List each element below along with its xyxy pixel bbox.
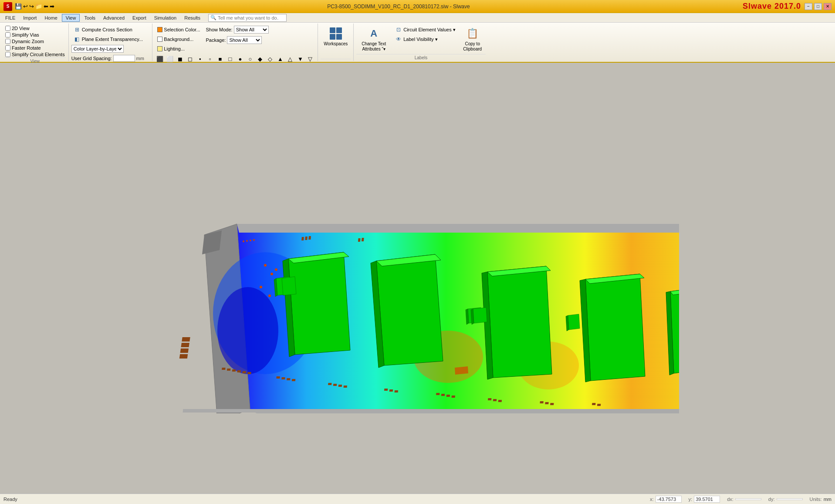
plane-extent-button[interactable]: ◧ Plane Extent Transparency... [71, 35, 145, 44]
copy-to-clipboard-icon: 📋 [466, 27, 480, 41]
forward-icon[interactable]: ➡ [50, 3, 54, 10]
redo-icon[interactable]: ↪ [29, 3, 34, 10]
layer-icon-2[interactable]: ⬜ [165, 54, 175, 64]
layer-icon-1[interactable]: ⬛ [155, 54, 165, 64]
maximize-button[interactable]: □ [814, 3, 822, 10]
open-icon[interactable]: 📁 [35, 3, 42, 10]
lighting-button[interactable]: Lighting... [155, 44, 202, 53]
menu-tools[interactable]: Tools [81, 14, 99, 21]
menu-simulation[interactable]: Simulation [151, 14, 180, 21]
show-mode-row: Show Mode: Show All [206, 25, 269, 34]
layer-icon-5[interactable]: ▪ [195, 54, 205, 64]
menu-file[interactable]: FILE [2, 14, 19, 21]
workspace-tile-2 [336, 27, 342, 33]
label-visibility-icon: 👁 [395, 36, 402, 43]
svg-rect-50 [384, 389, 387, 391]
svg-point-75 [243, 240, 244, 242]
layer-icon-7[interactable]: ■ [215, 54, 225, 64]
quick-access-toolbar: 💾 ↩ ↪ 📁 ⬅ ➡ [15, 3, 54, 10]
simplify-circuit-elements-checkbox[interactable]: Simplify Circuit Elements [4, 51, 66, 58]
layer-icon-13[interactable]: ▲ [275, 54, 285, 64]
svg-rect-36 [222, 368, 225, 370]
svg-rect-51 [389, 389, 392, 392]
units-label: Units: [810, 497, 822, 502]
svg-rect-56 [451, 396, 455, 398]
search-box[interactable]: 🔍 [208, 14, 287, 22]
svg-marker-15 [376, 254, 443, 365]
background-button[interactable]: Background... [155, 35, 202, 44]
circuit-element-values-button[interactable]: ⊡ Circuit Element Values ▾ [393, 25, 458, 34]
layer-icon-10[interactable]: ○ [245, 54, 255, 64]
minimize-button[interactable]: − [805, 3, 812, 10]
svg-rect-62 [550, 403, 554, 405]
layer-icon-14[interactable]: △ [285, 54, 295, 64]
change-text-attributes-button[interactable]: A Change Text Attributes "▾ [356, 25, 391, 53]
grid-spacing-unit: mm [136, 56, 144, 61]
ribbon-content: 2D View Simplify Vias Dynamic Zoom Faste… [0, 23, 835, 62]
menu-home[interactable]: Home [41, 14, 61, 21]
undo-icon[interactable]: ↩ [23, 3, 28, 10]
mode-pkg-col: Show Mode: Show All Package: Show All [206, 25, 269, 44]
svg-marker-18 [487, 266, 552, 378]
svg-rect-66 [305, 237, 308, 240]
menu-advanced[interactable]: Advanced [100, 14, 128, 21]
workspaces-content: Workspaces [321, 24, 351, 59]
svg-rect-46 [328, 383, 331, 385]
circuit-element-values-label: Circuit Element Values ▾ [403, 27, 456, 33]
simplify-vias-input[interactable] [5, 32, 10, 37]
layer-icon-4[interactable]: ◻ [185, 54, 195, 64]
menu-results[interactable]: Results [181, 14, 204, 21]
simplify-circuit-elements-input[interactable] [5, 52, 10, 57]
copy-to-clipboard-button[interactable]: 📋 Copy to Clipboard [460, 25, 486, 53]
svg-marker-34 [568, 314, 580, 330]
save-icon[interactable]: 💾 [15, 3, 22, 10]
layer-icon-15[interactable]: ▼ [295, 54, 305, 64]
svg-rect-44 [287, 378, 290, 380]
circuit-element-values-icon: ⊡ [395, 26, 402, 33]
workspaces-icon [329, 27, 343, 41]
compute-cross-section-button[interactable]: ⊞ Compute Cross Section [71, 25, 135, 34]
menu-export[interactable]: Export [129, 14, 150, 21]
workspaces-group-label [321, 59, 351, 60]
menu-view[interactable]: View [62, 14, 80, 22]
dynamic-zoom-checkbox[interactable]: Dynamic Zoom [4, 38, 45, 44]
selection-color-button[interactable]: Selection Color... [155, 25, 202, 34]
2d-view-checkbox[interactable]: 2D View [4, 25, 30, 31]
title-bar: S 💾 ↩ ↪ 📁 ⬅ ➡ PC3-8500_SODIMM_V100_RC_D1… [0, 0, 835, 13]
labels-right-col: ⊡ Circuit Element Values ▾ 👁 Label Visib… [393, 25, 458, 44]
y-label: y: [689, 497, 693, 502]
package-dropdown[interactable]: Show All [227, 36, 262, 44]
label-visibility-button[interactable]: 👁 Label Visibility ▾ [393, 35, 458, 44]
faster-rotate-checkbox[interactable]: Faster Rotate [4, 45, 42, 51]
svg-rect-63 [592, 403, 595, 405]
y-value: 39.5701 [694, 496, 720, 503]
search-input[interactable] [218, 15, 279, 20]
layer-icon-12[interactable]: ◇ [265, 54, 275, 64]
layer-icon-3[interactable]: ◼ [175, 54, 185, 64]
dynamic-zoom-input[interactable] [5, 39, 10, 44]
2d-view-input[interactable] [5, 26, 10, 31]
svg-marker-32 [473, 308, 487, 323]
svg-rect-55 [446, 395, 450, 397]
labels-group-label: Labels [356, 54, 486, 60]
svg-point-77 [250, 240, 251, 241]
label-visibility-label: Label Visibility ▾ [403, 37, 438, 42]
show-mode-dropdown[interactable]: Show All [234, 26, 269, 34]
simplify-vias-checkbox[interactable]: Simplify Vias [4, 32, 40, 38]
ribbon-group-labels: A Change Text Attributes "▾ ⊡ Circuit El… [354, 24, 488, 61]
layer-icon-16[interactable]: ▽ [305, 54, 315, 64]
layer-icon-9[interactable]: ● [235, 54, 245, 64]
svg-rect-61 [545, 402, 548, 404]
layer-icon-8[interactable]: □ [225, 54, 235, 64]
faster-rotate-input[interactable] [5, 45, 10, 51]
svg-rect-41 [247, 372, 251, 374]
back-icon[interactable]: ⬅ [44, 3, 48, 10]
menu-import[interactable]: Import [20, 14, 40, 21]
layer-icon-11[interactable]: ◆ [255, 54, 265, 64]
close-button[interactable]: ✕ [824, 3, 832, 10]
color-layer-dropdown[interactable]: Color Layer-by-Layer [71, 45, 124, 53]
user-grid-spacing-input[interactable] [113, 55, 135, 62]
pcb-board-group [179, 224, 679, 413]
workspaces-button[interactable]: Workspaces [321, 25, 351, 47]
layer-icon-6[interactable]: ▫ [205, 54, 215, 64]
